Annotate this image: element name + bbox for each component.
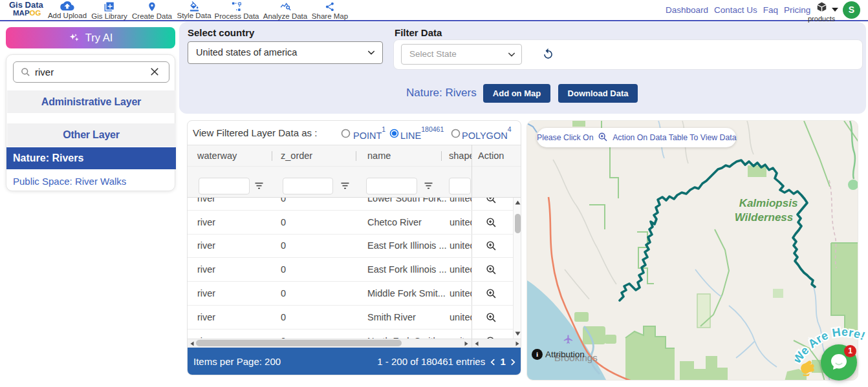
svg-text:We Are Here!: We Are Here! [795,326,867,366]
svg-text:Wilderness: Wilderness [735,211,794,224]
svg-text:Kalmiopsis: Kalmiopsis [739,197,798,209]
